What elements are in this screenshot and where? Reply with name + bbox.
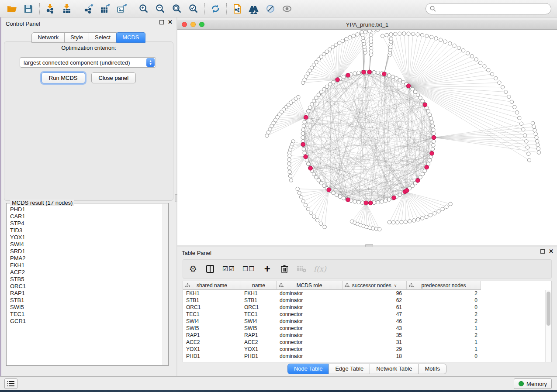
graph-node[interactable] (301, 136, 304, 139)
import-network-icon[interactable] (44, 3, 57, 15)
graph-node[interactable] (394, 32, 397, 36)
zoom-selected-icon[interactable] (187, 3, 200, 15)
graph-node[interactable] (308, 106, 311, 109)
graph-node[interactable] (453, 44, 456, 47)
graph-node[interactable] (322, 87, 326, 91)
graph-hub-node[interactable] (336, 78, 340, 82)
graph-node[interactable] (441, 207, 444, 211)
graph-node[interactable] (389, 37, 393, 41)
graph-hub-node[interactable] (425, 165, 429, 169)
graph-hub-node[interactable] (301, 142, 305, 147)
mcds-result-item[interactable]: SWI4 (7, 241, 163, 248)
graph-node[interactable] (389, 33, 393, 36)
table-row[interactable]: PHD1PHD1dominator180 (183, 353, 545, 360)
column-header-predecessor-nodes[interactable]: predecessor nodes (407, 281, 481, 290)
graph-node[interactable] (357, 200, 360, 204)
mcds-result-item[interactable]: STB1 (7, 297, 163, 304)
graph-node[interactable] (288, 170, 291, 174)
search-network-icon[interactable] (247, 3, 260, 15)
graph-node[interactable] (449, 202, 452, 206)
tab-network-table[interactable]: Network Table (370, 364, 419, 374)
float-panel-icon[interactable] (540, 249, 545, 254)
graph-hub-node[interactable] (392, 196, 396, 200)
column-settings-gear-icon[interactable]: ⚙ (188, 263, 198, 275)
tab-select[interactable]: Select (89, 32, 117, 43)
table-row[interactable]: STB1STB1dominator620 (183, 297, 545, 304)
export-image-icon[interactable] (115, 3, 128, 15)
graph-node[interactable] (319, 222, 322, 225)
graph-node[interactable] (301, 132, 304, 135)
graph-node[interactable] (372, 70, 376, 74)
graph-hub-node[interactable] (405, 189, 409, 193)
table-row[interactable]: SWI4SWI4dominator462 (183, 318, 545, 325)
mcds-result-item[interactable]: ORC1 (7, 283, 163, 290)
graph-node[interactable] (304, 203, 307, 207)
graph-node[interactable] (400, 220, 403, 224)
run-mcds-button[interactable]: Run MCDS (42, 72, 85, 83)
graph-node[interactable] (419, 96, 422, 100)
graph-node[interactable] (483, 65, 486, 68)
graph-node[interactable] (312, 172, 315, 176)
graph-node[interactable] (266, 131, 270, 134)
graph-node[interactable] (299, 195, 303, 199)
graph-node[interactable] (387, 220, 391, 224)
graph-node[interactable] (302, 147, 305, 151)
graph-node[interactable] (501, 86, 505, 89)
graph-node[interactable] (432, 132, 436, 135)
delete-column-trash-icon[interactable] (280, 263, 289, 275)
graph-node[interactable] (448, 41, 452, 45)
mcds-result-item[interactable]: CAR1 (7, 213, 163, 220)
tab-mcds[interactable]: MCDS (116, 32, 145, 43)
tab-network[interactable]: Network (31, 32, 65, 43)
graph-node[interactable] (428, 158, 431, 162)
graph-node[interactable] (431, 124, 434, 127)
graph-node[interactable] (332, 80, 335, 84)
graph-node[interactable] (287, 166, 291, 169)
column-header-name[interactable]: name (241, 281, 277, 290)
graph-hub-node[interactable] (430, 151, 434, 156)
close-panel-icon[interactable]: ✕ (549, 249, 554, 254)
graph-node[interactable] (335, 193, 338, 196)
graph-node[interactable] (504, 90, 508, 93)
graph-node[interactable] (518, 116, 521, 120)
add-column-icon[interactable]: + (263, 263, 272, 275)
graph-node[interactable] (344, 37, 348, 41)
graph-node[interactable] (288, 154, 291, 157)
graph-node[interactable] (426, 109, 430, 113)
graph-node[interactable] (331, 45, 335, 49)
graph-node[interactable] (396, 220, 399, 224)
mcds-result-item[interactable]: TEC1 (7, 311, 163, 318)
zoom-fit-icon[interactable] (170, 3, 183, 15)
graph-node[interactable] (519, 122, 523, 125)
graph-node[interactable] (376, 200, 380, 204)
graph-node[interactable] (302, 124, 305, 127)
graph-hub-node[interactable] (304, 115, 308, 120)
network-canvas[interactable] (177, 30, 557, 245)
graph-node[interactable] (428, 113, 431, 117)
graph-node[interactable] (532, 125, 536, 128)
graph-node[interactable] (372, 30, 375, 32)
graph-node[interactable] (315, 175, 318, 179)
graph-node[interactable] (338, 41, 341, 45)
graph-node[interactable] (419, 175, 422, 179)
network-graph[interactable] (177, 30, 557, 245)
graph-node[interactable] (470, 55, 474, 58)
tab-node-table[interactable]: Node Table (287, 364, 329, 374)
graph-node[interactable] (306, 207, 310, 211)
graph-node[interactable] (420, 33, 424, 37)
table-row[interactable]: YOX1YOX1connector291 (183, 346, 545, 353)
mcds-result-item[interactable]: YOX1 (7, 234, 163, 241)
graph-node[interactable] (369, 33, 373, 37)
graph-node[interactable] (420, 217, 424, 220)
select-all-checkboxes-icon[interactable]: ☑☑ (222, 263, 235, 275)
mcds-list-scrollbar[interactable] (163, 204, 168, 365)
mcds-result-item[interactable]: FKH1 (7, 262, 163, 269)
graph-node[interactable] (303, 151, 306, 155)
graph-node[interactable] (288, 174, 292, 178)
tab-edge-table[interactable]: Edge Table (329, 364, 370, 374)
graph-node[interactable] (432, 140, 436, 143)
graph-node[interactable] (413, 90, 417, 93)
graph-hub-node[interactable] (346, 73, 350, 78)
graph-node[interactable] (328, 83, 332, 86)
graph-node[interactable] (385, 33, 388, 37)
